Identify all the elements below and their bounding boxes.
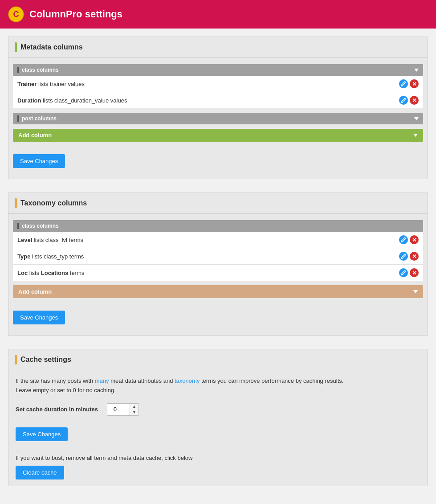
bust-cache-text: If you want to bust, remove all term and… bbox=[16, 455, 420, 461]
metadata-post-chevron-icon bbox=[414, 117, 419, 120]
table-row: Trainer lists trainer values ✕ bbox=[13, 76, 423, 92]
taxonomy-class-group-header[interactable]: class columns bbox=[13, 220, 423, 232]
taxonomy-class-group-label: class columns bbox=[22, 223, 59, 229]
type-desc: lists class_typ terms bbox=[30, 253, 84, 260]
page-title: ColumnPro settings bbox=[29, 8, 122, 20]
trainer-label: Trainer bbox=[17, 81, 37, 87]
table-row: Level lists class_lvl terms ✕ bbox=[13, 232, 423, 248]
taxonomy-section-body: class columns Level lists class_lvl term… bbox=[8, 214, 428, 304]
cache-desc-line2: Leave empty or set to 0 for no caching. bbox=[16, 387, 116, 393]
metadata-post-group: post columns bbox=[13, 113, 423, 124]
main-content: Metadata columns class columns Trainer l… bbox=[0, 29, 436, 504]
table-row: Type lists class_typ terms ✕ bbox=[13, 248, 423, 265]
loc-label: Loc bbox=[17, 270, 28, 276]
trainer-actions: ✕ bbox=[399, 79, 419, 88]
duration-edit-icon[interactable] bbox=[399, 96, 408, 105]
metadata-section: Metadata columns class columns Trainer l… bbox=[8, 37, 428, 179]
metadata-section-body: class columns Trainer lists trainer valu… bbox=[8, 58, 428, 148]
metadata-section-header: Metadata columns bbox=[8, 37, 428, 57]
level-desc: lists class_lvl terms bbox=[32, 237, 83, 243]
metadata-bar bbox=[15, 42, 17, 52]
metadata-class-group: class columns Trainer lists trainer valu… bbox=[13, 64, 423, 108]
cache-section: Cache settings If the site has many post… bbox=[8, 349, 428, 486]
metadata-title: Metadata columns bbox=[20, 43, 83, 51]
taxonomy-class-group: class columns Level lists class_lvl term… bbox=[13, 220, 423, 281]
duration-desc: lists class_duration_value values bbox=[41, 97, 127, 104]
loc-remove-icon[interactable]: ✕ bbox=[410, 268, 419, 277]
cache-duration-label: Set cache duration in minutes bbox=[16, 406, 98, 413]
taxonomy-section-header: Taxonomy columns bbox=[8, 193, 428, 213]
duration-item-text: Duration lists class_duration_value valu… bbox=[17, 97, 127, 104]
type-edit-icon[interactable] bbox=[399, 252, 408, 261]
level-label: Level bbox=[17, 237, 32, 243]
app-header: C ColumnPro settings bbox=[0, 0, 436, 29]
taxonomy-save-area: Save Changes bbox=[8, 304, 428, 335]
cache-body: If the site has many posts with many mea… bbox=[8, 370, 428, 486]
level-remove-icon[interactable]: ✕ bbox=[410, 235, 419, 244]
taxonomy-title: Taxonomy columns bbox=[20, 199, 87, 207]
cache-description: If the site has many posts with many mea… bbox=[16, 377, 420, 395]
table-row: Duration lists class_duration_value valu… bbox=[13, 92, 423, 108]
metadata-class-chevron-icon bbox=[414, 69, 419, 72]
metadata-class-group-header[interactable]: class columns bbox=[13, 64, 423, 76]
type-item-text: Type lists class_typ terms bbox=[17, 253, 84, 260]
table-row: Loc lists Locations terms ✕ bbox=[13, 265, 423, 281]
duration-remove-icon[interactable]: ✕ bbox=[410, 96, 419, 105]
duration-label: Duration bbox=[17, 97, 41, 104]
clear-cache-button[interactable]: Cleare cache bbox=[16, 466, 64, 479]
add-column-chevron-icon bbox=[413, 134, 418, 137]
metadata-post-group-label: post columns bbox=[22, 115, 57, 122]
trainer-remove-icon[interactable]: ✕ bbox=[410, 79, 419, 88]
post-group-indicator bbox=[17, 115, 19, 122]
level-actions: ✕ bbox=[399, 235, 419, 244]
cache-duration-row: Set cache duration in minutes ▲ ▼ bbox=[16, 403, 420, 416]
metadata-save-area: Save Changes bbox=[8, 148, 428, 179]
loc-edit-icon[interactable] bbox=[399, 268, 408, 277]
taxonomy-group-indicator bbox=[17, 223, 19, 229]
cache-desc-highlight-blue: many bbox=[95, 377, 109, 384]
trainer-edit-icon[interactable] bbox=[399, 79, 408, 88]
taxonomy-section: Taxonomy columns class columns Level lis… bbox=[8, 193, 428, 336]
svg-text:C: C bbox=[13, 10, 19, 19]
metadata-class-group-header-left: class columns bbox=[17, 67, 59, 73]
loc-locations-label: Locations bbox=[41, 270, 68, 276]
app-logo: C bbox=[8, 6, 24, 22]
metadata-save-button[interactable]: Save Changes bbox=[13, 154, 65, 168]
metadata-class-group-label: class columns bbox=[22, 67, 59, 73]
cache-title: Cache settings bbox=[20, 356, 71, 364]
cache-duration-field[interactable] bbox=[107, 404, 130, 415]
type-remove-icon[interactable]: ✕ bbox=[410, 252, 419, 261]
level-item-text: Level lists class_lvl terms bbox=[17, 237, 83, 243]
metadata-add-column-label: Add column bbox=[18, 132, 52, 139]
loc-middle: lists bbox=[28, 270, 41, 276]
cache-duration-input-group: ▲ ▼ bbox=[107, 403, 139, 416]
metadata-post-group-header[interactable]: post columns bbox=[13, 113, 423, 124]
taxonomy-class-group-header-left: class columns bbox=[17, 223, 59, 229]
cache-desc-meat: meat data attributes bbox=[110, 377, 162, 384]
taxonomy-add-column-label: Add column bbox=[18, 288, 52, 295]
level-edit-icon[interactable] bbox=[399, 235, 408, 244]
cache-bar bbox=[15, 355, 17, 365]
cache-duration-spinners: ▲ ▼ bbox=[130, 404, 139, 415]
group-indicator bbox=[17, 67, 19, 73]
type-actions: ✕ bbox=[399, 252, 419, 261]
loc-item-text: Loc lists Locations terms bbox=[17, 270, 84, 276]
cache-duration-up-button[interactable]: ▲ bbox=[130, 404, 139, 410]
loc-actions: ✕ bbox=[399, 268, 419, 277]
cache-save-button[interactable]: Save Changes bbox=[16, 427, 68, 441]
cache-duration-down-button[interactable]: ▼ bbox=[130, 410, 139, 415]
taxonomy-bar bbox=[15, 198, 17, 208]
type-label: Type bbox=[17, 253, 30, 260]
cache-section-header: Cache settings bbox=[8, 349, 428, 370]
taxonomy-add-column-chevron-icon bbox=[413, 290, 418, 293]
duration-actions: ✕ bbox=[399, 96, 419, 105]
cache-desc-highlight-taxonomy: taxonomy bbox=[175, 377, 200, 384]
taxonomy-add-column-button[interactable]: Add column bbox=[13, 285, 423, 298]
cache-desc-terms: terms you can improve performance by cac… bbox=[201, 377, 343, 384]
loc-suffix: terms bbox=[68, 270, 84, 276]
trainer-item-text: Trainer lists trainer values bbox=[17, 81, 85, 87]
trainer-desc: lists trainer values bbox=[37, 81, 85, 87]
taxonomy-save-button[interactable]: Save Changes bbox=[13, 311, 65, 324]
metadata-add-column-button[interactable]: Add column bbox=[13, 129, 423, 142]
metadata-post-group-header-left: post columns bbox=[17, 115, 57, 122]
